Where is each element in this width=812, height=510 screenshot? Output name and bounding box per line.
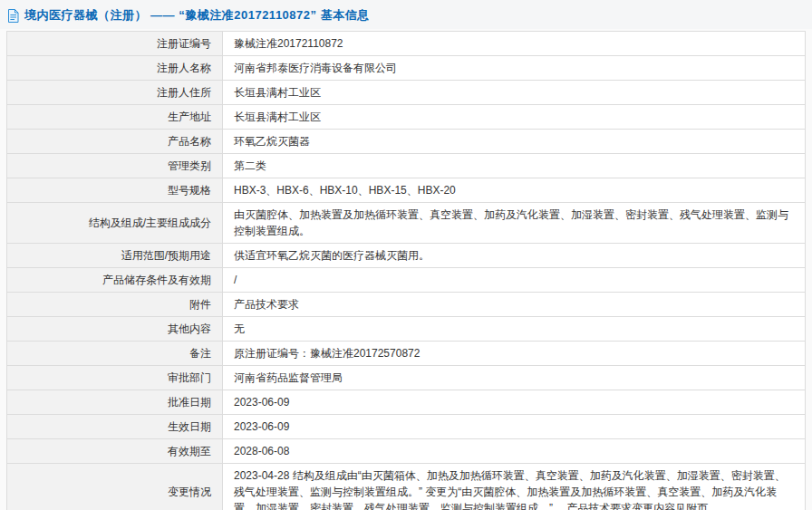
row-label-text: 注册人名称 (157, 62, 211, 74)
row-label-text: 备注 (189, 347, 211, 360)
table-row: 有效期至2028-06-08 (7, 439, 806, 464)
row-label: 管理类别 (7, 154, 223, 178)
row-value: 由灭菌腔体、加热装置及加热循环装置、真空装置、加药及汽化装置、加湿装置、密封装置… (223, 203, 806, 244)
row-value: 产品技术要求 (223, 293, 806, 317)
row-label: 注册人名称 (7, 56, 223, 81)
row-label-text: 适用范围/预期用途 (121, 249, 211, 262)
row-label: 产品储存条件及有效期 (7, 268, 223, 293)
row-label-text: 产品名称 (168, 135, 211, 148)
table-row: 备注原注册证编号：豫械注准20172570872 (7, 342, 806, 366)
row-label-text: 生效日期 (168, 420, 211, 433)
row-value: 供适宜环氧乙烷灭菌的医疗器械灭菌用。 (223, 244, 806, 268)
row-label-text: 变更情况 (168, 486, 211, 498)
row-value: 长垣县满村工业区 (223, 105, 806, 130)
row-value: 豫械注准20172110872 (223, 32, 806, 56)
row-label: 适用范围/预期用途 (7, 244, 223, 268)
row-label-text: 生产地址 (168, 111, 211, 123)
table-row: 型号规格HBX-3、HBX-6、HBX-10、HBX-15、HBX-20 (7, 178, 806, 203)
row-value: HBX-3、HBX-6、HBX-10、HBX-15、HBX-20 (223, 178, 806, 203)
row-label-text: 附件 (189, 298, 211, 311)
row-value: 2023-04-28 结构及组成由“由灭菌箱体、加热及加热循环装置、真空装置、加… (223, 464, 806, 510)
table-row: 其他内容无 (7, 317, 806, 342)
row-label-text: 型号规格 (168, 184, 211, 197)
row-label: 型号规格 (7, 178, 223, 203)
row-value: 无 (223, 317, 806, 342)
row-value: 第二类 (223, 154, 806, 178)
row-value: 长垣县满村工业区 (223, 81, 806, 105)
table-row: 注册人住所长垣县满村工业区 (7, 81, 806, 105)
row-label: 生效日期 (7, 415, 223, 439)
row-label: 其他内容 (7, 317, 223, 342)
row-value: 河南省药品监督管理局 (223, 366, 806, 390)
row-label: 审批部门 (7, 366, 223, 390)
row-label-text: 审批部门 (168, 371, 211, 384)
row-label: 产品名称 (7, 130, 223, 154)
table-row: 审批部门河南省药品监督管理局 (7, 366, 806, 390)
table-row: 产品储存条件及有效期/ (7, 268, 806, 293)
row-label-text: 其他内容 (168, 322, 211, 335)
row-label: 生产地址 (7, 105, 223, 130)
table-row: 批准日期2023-06-09 (7, 390, 806, 415)
row-label: 结构及组成/主要组成成分 (7, 203, 223, 244)
row-value: 2028-06-08 (223, 439, 806, 464)
row-label-text: 管理类别 (168, 159, 211, 172)
table-row: 结构及组成/主要组成成分由灭菌腔体、加热装置及加热循环装置、真空装置、加药及汽化… (7, 203, 806, 244)
row-label: 备注 (7, 342, 223, 366)
row-label-text: 批准日期 (168, 396, 211, 409)
row-label-text: 结构及组成/主要组成成分 (89, 217, 211, 229)
row-value: / (223, 268, 806, 293)
row-value: 环氧乙烷灭菌器 (223, 130, 806, 154)
row-value: 原注册证编号：豫械注准20172570872 (223, 342, 806, 366)
table-row: 管理类别第二类 (7, 154, 806, 178)
row-label: 有效期至 (7, 439, 223, 464)
row-label-text: 注册人住所 (157, 86, 211, 99)
row-label: 注册人住所 (7, 81, 223, 105)
row-label-text: 产品储存条件及有效期 (102, 274, 211, 286)
row-value: 2023-06-09 (223, 415, 806, 439)
row-label: 批准日期 (7, 390, 223, 415)
row-label: 附件 (7, 293, 223, 317)
page-header: 境内医疗器械（注册） —— “豫械注准20172110872” 基本信息 (0, 0, 812, 29)
row-value: 河南省邦泰医疗消毒设备有限公司 (223, 56, 806, 81)
row-value: 2023-06-09 (223, 390, 806, 415)
table-row: 变更情况2023-04-28 结构及组成由“由灭菌箱体、加热及加热循环装置、真空… (7, 464, 806, 510)
registration-info-table: 注册证编号豫械注准20172110872注册人名称河南省邦泰医疗消毒设备有限公司… (6, 31, 806, 510)
table-row: 适用范围/预期用途供适宜环氧乙烷灭菌的医疗器械灭菌用。 (7, 244, 806, 268)
table-row: 生产地址长垣县满村工业区 (7, 105, 806, 130)
table-row: 产品名称环氧乙烷灭菌器 (7, 130, 806, 154)
table-row: 注册人名称河南省邦泰医疗消毒设备有限公司 (7, 56, 806, 81)
table-row: 生效日期2023-06-09 (7, 415, 806, 439)
row-label-text: 有效期至 (168, 445, 211, 457)
table-row: 附件产品技术要求 (7, 293, 806, 317)
table-row: 注册证编号豫械注准20172110872 (7, 32, 806, 56)
page-title: 境内医疗器械（注册） —— “豫械注准20172110872” 基本信息 (24, 7, 370, 24)
row-label: 注册证编号 (7, 32, 223, 56)
row-label: 变更情况 (7, 464, 223, 510)
document-icon (7, 9, 19, 23)
row-label-text: 注册证编号 (157, 37, 211, 50)
